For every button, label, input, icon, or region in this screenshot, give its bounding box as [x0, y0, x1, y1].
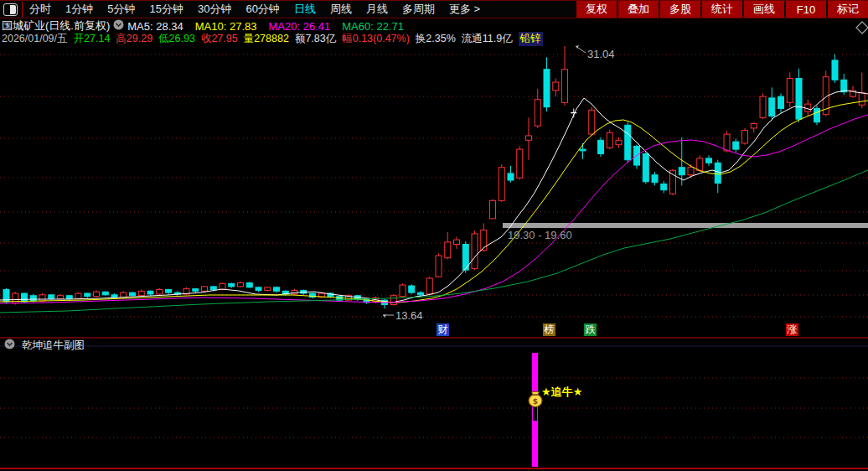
event-tag-跌[interactable]: 跌	[584, 323, 597, 336]
low-price-label: 13.64	[395, 309, 423, 322]
sub-panel-title[interactable]: 乾坤追牛副图	[22, 339, 85, 353]
stock-app-window: { "menu": { "items": ["分时","1分钟","5分钟","…	[0, 0, 868, 471]
event-tag-涨[interactable]: 涨	[786, 323, 798, 336]
event-tag-榜[interactable]: 榜	[543, 323, 555, 336]
svg-text:$: $	[533, 397, 538, 406]
gap-range-label: 19.30 - 19.60	[508, 229, 572, 241]
diamond-icon[interactable]	[855, 20, 868, 35]
high-price-label: 31.04	[587, 48, 615, 60]
signal-label: ★追牛★	[541, 385, 582, 400]
chevron-down-icon[interactable]	[4, 339, 15, 352]
bottom-border	[0, 468, 868, 469]
event-tag-财[interactable]: 财	[437, 323, 449, 336]
candlestick-chart[interactable]: $	[0, 0, 868, 471]
money-bag-icon: $	[529, 392, 542, 407]
sub-panel-header: 乾坤追牛副图	[0, 339, 868, 352]
